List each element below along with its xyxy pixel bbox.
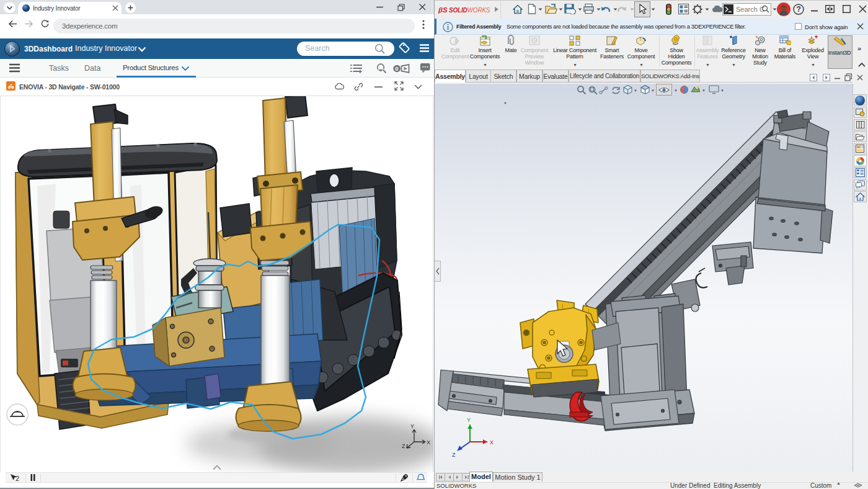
svg-text:X: X <box>427 439 430 446</box>
svg-text:0: 0 <box>395 65 398 72</box>
svg-text:Z: Z <box>402 443 405 449</box>
svg-text:2: 2 <box>16 475 19 482</box>
svg-text:Y: Y <box>467 417 471 423</box>
svg-text:?: ? <box>797 5 801 14</box>
svg-text:X: X <box>490 439 494 446</box>
svg-text:Z: Z <box>452 452 456 458</box>
svg-text:Y: Y <box>410 423 414 429</box>
